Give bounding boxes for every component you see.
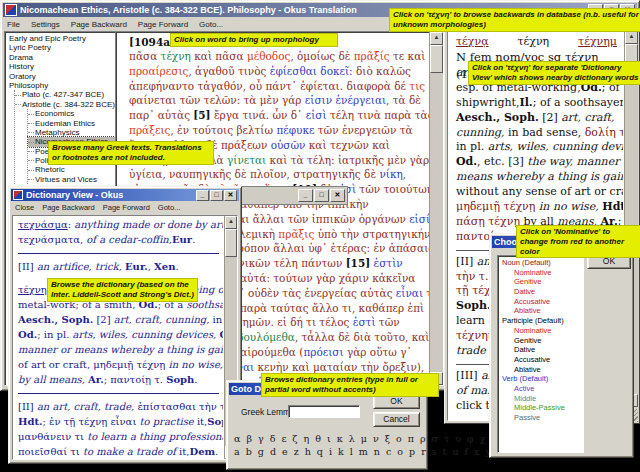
word-span[interactable]: [5] bbox=[193, 109, 210, 121]
word-span[interactable]: καὶ τεχνῶν καὶ bbox=[305, 139, 390, 151]
cancel-button[interactable]: Cancel bbox=[373, 412, 420, 427]
word-span[interactable]: τε καὶ bbox=[390, 50, 426, 62]
scroll-up-icon[interactable]: ▲ bbox=[625, 31, 638, 44]
word-span[interactable]: τῶν ἐνεργειῶν τὰ bbox=[314, 124, 412, 136]
entry-link[interactable]: τεχνάσμα bbox=[18, 219, 68, 230]
sidebar-item-early-and-epic-poetry[interactable]: Early and Epic Poetry bbox=[9, 34, 115, 43]
word-span[interactable]: μέθοδος bbox=[247, 50, 290, 62]
word-span[interactable]: ἐστὶν bbox=[374, 257, 403, 269]
word-span[interactable]: , τἆλλα δὲ διὰ τοῦτο, καὶ bbox=[295, 331, 429, 343]
sidebar-item-rhetoric[interactable]: Rhetoric bbox=[28, 165, 115, 174]
sidebar-item-plato-c-427-347-bce[interactable]: Plato (c. 427-347 BCE) bbox=[15, 90, 115, 99]
word-span[interactable]: εἰσίν bbox=[409, 213, 429, 225]
menu-close[interactable]: Close bbox=[15, 203, 34, 212]
word-span[interactable]: προαίρεσις bbox=[129, 65, 188, 77]
sidebar-item-economics[interactable]: Economics bbox=[28, 109, 115, 118]
word-span[interactable]: πρόεισι bbox=[303, 346, 343, 358]
minimize-icon[interactable]: _ bbox=[298, 189, 313, 202]
word-span[interactable]: γίνεται bbox=[227, 154, 266, 166]
word-span[interactable]: καὶ τὰ τέλη: ἰατρικῆς μὲν γὰρ bbox=[266, 154, 429, 166]
sidebar-item-metaphysics[interactable]: Metaphysics bbox=[28, 128, 115, 137]
word-span[interactable]: τῶν τοιούτων ὑπὸ bbox=[356, 183, 429, 195]
menu-page-backward[interactable]: Page Backward bbox=[42, 203, 95, 212]
entry-link[interactable]: τέχνη bbox=[18, 284, 47, 295]
menu-settings[interactable]: Settings bbox=[31, 20, 60, 29]
choose-item-passive[interactable]: Passive bbox=[498, 413, 583, 423]
choose-item-ablative[interactable]: Ablative bbox=[498, 365, 583, 375]
scroll-thumb[interactable] bbox=[430, 45, 443, 73]
menu-page-forward[interactable]: Page Forward bbox=[103, 203, 150, 212]
scroll-thumb[interactable] bbox=[225, 229, 237, 257]
sidebar-item-philosophy[interactable]: Philosophy bbox=[9, 81, 115, 90]
close-icon[interactable]: ✕ bbox=[330, 189, 345, 202]
latin-letter-row[interactable]: a b g d e z h q i k l m n c o p r s t u … bbox=[234, 446, 417, 457]
word-span[interactable]: οὐσῶν bbox=[271, 139, 306, 151]
word-span[interactable]: ἐνέργειαι bbox=[335, 94, 386, 106]
word-span[interactable]: πράξεις bbox=[129, 124, 170, 136]
word-span[interactable]: εἶναι bbox=[396, 287, 423, 299]
sidebar-item-drama[interactable]: Drama bbox=[9, 53, 115, 62]
choose-item-nominative[interactable]: Nominative bbox=[498, 326, 583, 336]
choose-item-verb-default[interactable]: Verb (Default) bbox=[498, 374, 583, 384]
close-icon[interactable]: ✕ bbox=[224, 190, 237, 201]
choose-item-dative[interactable]: Dative bbox=[498, 287, 583, 297]
choose-item-participle-default[interactable]: Participle (Default) bbox=[498, 316, 583, 326]
word-span[interactable]: ἐστὶ bbox=[353, 316, 376, 328]
sidebar-item-aristotle-c-384-322-bce[interactable]: Aristotle (c. 384-322 BCE) bbox=[15, 100, 115, 109]
word-span[interactable]: ἔργα τινά. ὧν δ᾽ bbox=[211, 109, 306, 121]
choose-item-middle-passive[interactable]: Middle-Passive bbox=[498, 403, 583, 413]
choose-item-active[interactable]: Active bbox=[498, 384, 583, 394]
prev-lemma-link[interactable]: τέχνᾳ bbox=[456, 34, 489, 49]
word-span[interactable]: τῶν bbox=[376, 316, 400, 328]
word-span[interactable]: πρᾶξίς bbox=[354, 50, 390, 62]
sidebar-item-virtues-and-vices[interactable]: Virtues and Vices bbox=[28, 175, 115, 184]
sidebar-item-history[interactable]: History bbox=[9, 62, 115, 71]
minimize-icon[interactable]: _ bbox=[196, 190, 209, 201]
word-span[interactable]: , ἀγαθοῦ τινὸς bbox=[188, 65, 269, 77]
word-span[interactable]: παρ᾽ αὐτὰς bbox=[129, 109, 193, 121]
choose-item-accusative[interactable]: Accusative bbox=[498, 297, 583, 307]
word-span[interactable]: διὸ καλῶς bbox=[353, 65, 411, 77]
word-span[interactable]: ἐφίεσθαι bbox=[270, 65, 317, 77]
word-span[interactable]: γὰρ οὕτω γ᾽ bbox=[344, 346, 412, 358]
menu-goto[interactable]: Goto... bbox=[199, 20, 223, 29]
word-span[interactable]: , ἐν τούτοις βελτίω bbox=[170, 124, 276, 136]
word-span[interactable]: τέχνη bbox=[161, 50, 191, 62]
word-span[interactable]: φαίνεται τῶν τελῶν: τὰ μὲν γάρ bbox=[129, 94, 305, 106]
word-span[interactable]: νίκη bbox=[379, 168, 402, 180]
word-span[interactable]: τις bbox=[409, 80, 425, 92]
maximize-icon[interactable]: □ bbox=[210, 190, 223, 201]
scroll-up-icon[interactable]: ▲ bbox=[430, 32, 443, 45]
greek-letter-row[interactable]: α β γ δ ε ζ η θ ι κ λ μ ν ξ ο π ρ σ τ υ … bbox=[234, 433, 417, 444]
greek-lemma-input[interactable] bbox=[288, 405, 360, 418]
scroll-up-icon[interactable]: ▲ bbox=[225, 216, 237, 229]
word-span[interactable]: κενὴν καὶ ματαίαν τὴν ὄρεξιν), bbox=[254, 361, 424, 373]
word-span[interactable]: [15] bbox=[346, 257, 371, 269]
word-span[interactable]: βουλόμεθα bbox=[237, 331, 294, 343]
sidebar-item-lyric-poetry[interactable]: Lyric Poetry bbox=[9, 43, 115, 52]
choose-item-nominative[interactable]: Nominative bbox=[498, 268, 583, 278]
text-scrollbar[interactable]: ▲ ▼ bbox=[429, 32, 443, 385]
choose-item-dative[interactable]: Dative bbox=[498, 345, 583, 355]
word-span[interactable]: , τὰ δὲ bbox=[386, 94, 421, 106]
word-span[interactable]: εἰσὶ bbox=[306, 109, 327, 121]
sidebar-item-oratory[interactable]: Oratory bbox=[9, 72, 115, 81]
word-span[interactable]: τέλη τινὰ παρὰ τὰς bbox=[327, 109, 429, 121]
word-span[interactable]: ὑπὸ τὴν στρατηγικήν, bbox=[314, 228, 429, 240]
maximize-icon[interactable]: □ bbox=[314, 189, 329, 202]
word-span[interactable]: πρᾶξις bbox=[278, 228, 314, 240]
choose-item-genitive[interactable]: Genitive bbox=[498, 277, 583, 287]
word-span[interactable]: ἀπεφήναντο τἀγαθόν, οὗ πάντ᾽ ἐφίεται. δι… bbox=[129, 80, 409, 92]
word-span[interactable]: καὶ πᾶσα bbox=[191, 50, 247, 62]
menu-file[interactable]: File bbox=[7, 20, 20, 29]
choose-item-noun-default[interactable]: Noun (Default) bbox=[498, 258, 583, 268]
word-span[interactable]: , bbox=[403, 168, 406, 180]
choose-item-accusative[interactable]: Accusative bbox=[498, 355, 583, 365]
menu-page-backward[interactable]: Page Backward bbox=[71, 20, 127, 29]
word-span[interactable]: πᾶσα bbox=[129, 50, 161, 62]
choose-item-ablative[interactable]: Ablative bbox=[498, 306, 583, 316]
word-span[interactable]: , ὁμοίως δὲ bbox=[290, 50, 353, 62]
menu-goto[interactable]: Goto... bbox=[158, 203, 181, 212]
word-span[interactable]: δοκεῖ: bbox=[320, 65, 352, 77]
choose-item-middle[interactable]: Middle bbox=[498, 394, 583, 404]
